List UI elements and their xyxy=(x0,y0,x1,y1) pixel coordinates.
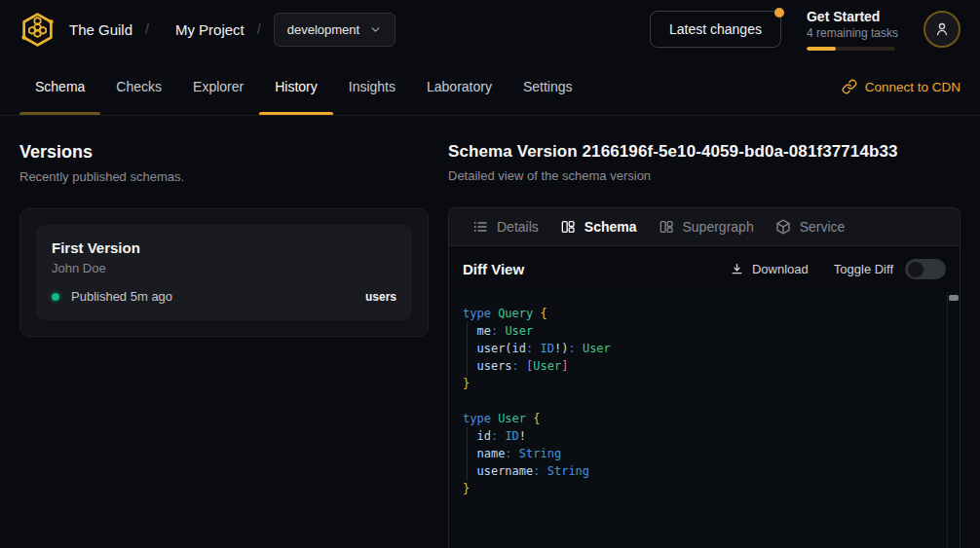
connect-to-cdn-link[interactable]: Connect to CDN xyxy=(842,58,961,115)
environment-select[interactable]: development xyxy=(274,13,396,47)
version-author: John Doe xyxy=(52,261,396,275)
progress-fill xyxy=(807,47,836,51)
breadcrumb-org[interactable]: The Guild xyxy=(69,21,132,38)
schema-version-subtitle: Detailed view of the schema version xyxy=(448,168,961,183)
download-icon xyxy=(730,262,744,276)
tab-supergraph[interactable]: Supergraph xyxy=(648,208,765,245)
header-actions: Latest changes Get Started 4 remaining t… xyxy=(650,9,961,51)
diff-toolbar: Diff View Download Toggle Diff xyxy=(449,246,960,292)
nav-tab-history[interactable]: History xyxy=(259,58,333,115)
nav-tab-laboratory[interactable]: Laboratory xyxy=(411,58,508,115)
switch-knob xyxy=(908,262,923,277)
link-icon xyxy=(842,79,857,94)
tab-service[interactable]: Service xyxy=(765,208,856,245)
breadcrumb-separator: / xyxy=(145,21,149,37)
nav-tab-explorer[interactable]: Explorer xyxy=(177,58,259,115)
versions-subtitle: Recently published schemas. xyxy=(19,169,429,184)
nav-tab-label: Checks xyxy=(116,79,162,94)
published-status-text: Published 5m ago xyxy=(71,289,172,304)
connect-to-cdn-label: Connect to CDN xyxy=(865,80,961,94)
download-button[interactable]: Download xyxy=(730,262,809,276)
nav-tab-label: Laboratory xyxy=(427,79,492,94)
versions-panel: Versions Recently published schemas. Fir… xyxy=(0,116,448,548)
nav-tab-label: Explorer xyxy=(193,79,244,94)
breadcrumb: The Guild / My Project / development xyxy=(19,12,396,48)
environment-select-value: development xyxy=(287,22,359,37)
top-header: The Guild / My Project / development Lat… xyxy=(0,0,980,58)
columns-icon xyxy=(659,219,674,235)
tab-label: Details xyxy=(497,219,539,235)
main-content: Versions Recently published schemas. Fir… xyxy=(0,116,980,548)
schema-viewer-panel: Details Schema Supergraph xyxy=(448,207,961,548)
nav-tab-schema[interactable]: Schema xyxy=(19,58,100,115)
versions-list: First Version John Doe Published 5m ago … xyxy=(19,208,429,337)
get-started-progressbar xyxy=(807,47,895,51)
breadcrumb-project[interactable]: My Project xyxy=(175,21,245,38)
notification-dot xyxy=(774,8,784,18)
schema-version-title: Schema Version 2166196f-5e10-4059-bd0a-0… xyxy=(448,142,961,162)
published-status-dot xyxy=(52,293,59,301)
chevron-down-icon xyxy=(369,23,382,36)
tab-underline xyxy=(19,112,100,115)
indent-guide xyxy=(467,322,468,376)
list-icon xyxy=(472,219,488,235)
nav-tab-label: Insights xyxy=(349,79,396,94)
main-nav: Schema Checks Explorer History Insights … xyxy=(0,58,980,116)
user-avatar[interactable] xyxy=(923,11,961,48)
latest-changes-label: Latest changes xyxy=(669,21,762,37)
latest-changes-button[interactable]: Latest changes xyxy=(650,11,781,48)
diff-view-title: Diff View xyxy=(463,261,524,277)
columns-icon xyxy=(560,219,576,235)
nav-tab-label: Schema xyxy=(35,79,85,94)
scrollbar[interactable] xyxy=(947,292,960,548)
version-detail-panel: Schema Version 2166196f-5e10-4059-bd0a-0… xyxy=(448,116,980,548)
person-icon xyxy=(933,20,951,38)
version-name: First Version xyxy=(52,239,396,256)
tab-schema[interactable]: Schema xyxy=(549,208,648,245)
tab-underline xyxy=(259,112,333,115)
nav-tab-insights[interactable]: Insights xyxy=(333,58,411,115)
tab-label: Service xyxy=(800,219,846,235)
versions-title: Versions xyxy=(19,142,429,163)
version-list-item[interactable]: First Version John Doe Published 5m ago … xyxy=(36,225,412,320)
nav-tab-settings[interactable]: Settings xyxy=(508,58,588,115)
nav-tab-label: History xyxy=(275,79,318,94)
toggle-diff-label: Toggle Diff xyxy=(834,262,893,276)
tab-label: Schema xyxy=(584,219,637,235)
breadcrumb-separator: / xyxy=(257,21,261,37)
nav-tab-checks[interactable]: Checks xyxy=(100,58,177,115)
diff-actions: Download Toggle Diff xyxy=(730,259,946,279)
download-label: Download xyxy=(752,262,809,276)
toggle-diff-switch[interactable] xyxy=(905,259,946,279)
schema-code-viewer[interactable]: type Query { me: User user(id: ID!): Use… xyxy=(449,292,960,548)
version-status-row: Published 5m ago users xyxy=(52,289,396,304)
get-started-widget[interactable]: Get Started 4 remaining tasks xyxy=(807,9,898,51)
scrollbar-thumb[interactable] xyxy=(949,295,959,301)
tab-details[interactable]: Details xyxy=(462,208,549,245)
viewer-tabstrip: Details Schema Supergraph xyxy=(449,208,960,246)
service-badge: users xyxy=(365,290,396,304)
code-block: type Query { me: User user(id: ID!): Use… xyxy=(463,305,940,497)
nav-tab-label: Settings xyxy=(523,79,573,94)
hive-logo-icon[interactable] xyxy=(19,12,56,48)
indent-guide xyxy=(467,427,468,481)
box-icon xyxy=(775,219,791,235)
app-window: The Guild / My Project / development Lat… xyxy=(0,0,980,548)
toggle-diff-control: Toggle Diff xyxy=(834,259,946,279)
get-started-title: Get Started xyxy=(807,9,898,24)
get-started-remaining: 4 remaining tasks xyxy=(807,26,898,40)
tab-label: Supergraph xyxy=(683,219,754,235)
